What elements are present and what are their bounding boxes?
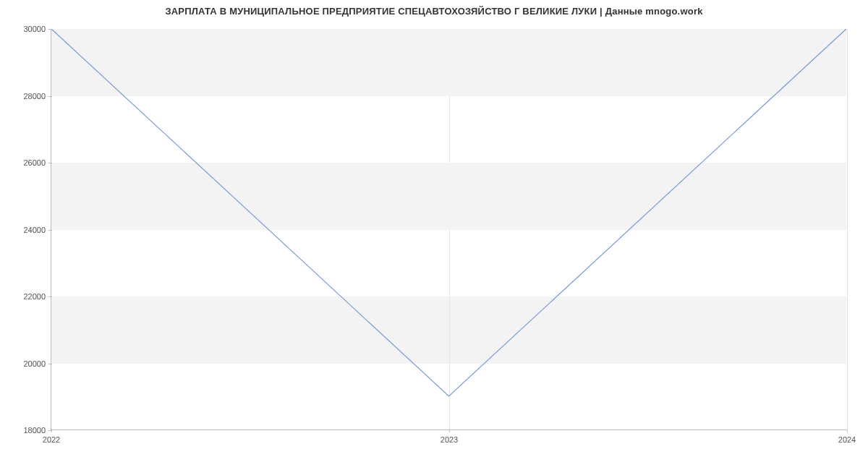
y-tick: 30000 [23,25,51,33]
x-tick: 2024 [838,430,856,444]
chart-title: ЗАРПЛАТА В МУНИЦИПАЛЬНОЕ ПРЕДПРИЯТИЕ СПЕ… [0,6,868,17]
y-tick: 26000 [23,158,51,167]
x-gridline [847,29,848,430]
x-tick: 2023 [441,430,458,444]
plot-area: 1800020000220002400026000280003000020222… [51,29,846,430]
y-tick: 22000 [23,292,51,301]
y-tick: 24000 [23,226,51,234]
x-tick: 2022 [43,430,60,444]
y-tick: 20000 [23,359,51,368]
line-series [51,29,846,430]
chart-container: ЗАРПЛАТА В МУНИЦИПАЛЬНОЕ ПРЕДПРИЯТИЕ СПЕ… [0,0,868,470]
y-tick: 28000 [23,92,51,101]
